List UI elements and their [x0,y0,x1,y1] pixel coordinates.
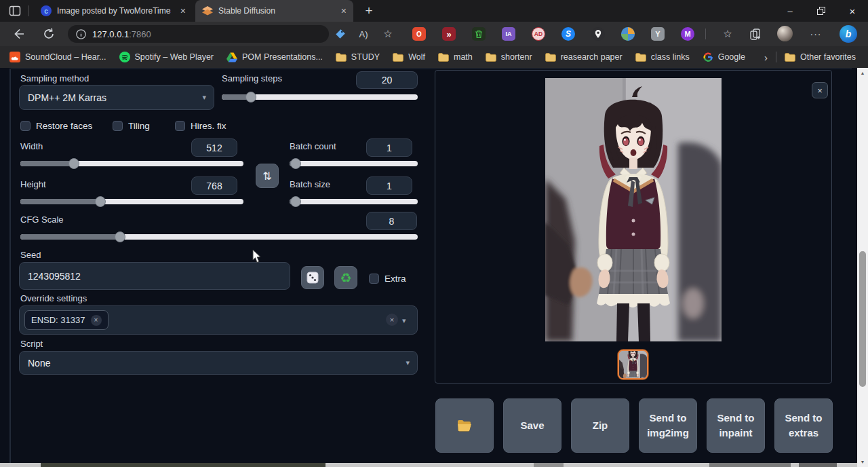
save-button[interactable]: Save [503,398,561,453]
checkbox-box[interactable] [175,121,185,131]
chevron-down-icon[interactable]: ▾ [402,316,406,325]
clear-all-icon[interactable]: × [386,314,398,326]
bookmark-folder-shortenr[interactable]: shortenr [486,52,532,62]
send-to-extras-button[interactable]: Send to extras [774,398,833,453]
slider-knob[interactable] [245,92,256,102]
adblock-extension-icon[interactable]: AD [532,27,545,41]
restore-button[interactable] [806,0,837,22]
folder-icon [336,53,347,62]
cfg-scale-slider[interactable] [20,231,418,242]
swap-icon: ⇅ [262,170,271,183]
tiling-checkbox[interactable]: Tiling [113,121,150,131]
send-to-img2img-button[interactable]: Send to img2img [639,398,697,453]
gallery-thumbnail-selected[interactable] [618,350,648,379]
override-chip[interactable]: ENSD: 31337 × [24,310,108,330]
map-pin-extension-icon[interactable] [591,27,605,41]
browser-window: c Image posted by TwoMoreTimes × Stable … [0,0,868,467]
shazam-extension-icon[interactable]: S [561,27,575,41]
back-icon[interactable] [12,27,26,41]
scroll-up-icon[interactable]: ▲ [857,68,868,78]
video-speed-extension-icon[interactable]: » [442,27,456,41]
sampling-steps-slider[interactable] [222,92,418,102]
trash-extension-icon[interactable] [472,27,486,41]
scrollbar-thumb[interactable] [859,251,866,387]
favorites-collections-icon[interactable]: ☆ [720,26,735,41]
bookmark-pom-presentations[interactable]: POM Presentations... [226,52,323,62]
settings-menu-icon[interactable]: ··· [808,26,823,41]
close-window-button[interactable]: × [837,0,868,22]
new-tab-button[interactable]: + [361,3,377,19]
browser-tab-active[interactable]: Stable Diffusion × [195,0,353,22]
checkbox-box[interactable] [369,274,379,284]
split-window-icon[interactable] [748,26,763,41]
tab-close-icon[interactable]: × [180,6,186,16]
reuse-seed-button[interactable]: ♻ [334,266,357,289]
slider-knob[interactable] [115,231,125,242]
bing-sidebar-icon[interactable]: b [840,25,857,43]
scroll-down-icon[interactable]: ▼ [857,457,868,467]
extra-seed-checkbox[interactable]: Extra [369,274,406,284]
zip-button[interactable]: Zip [571,398,629,453]
bottom-strip-segment [799,463,837,467]
slider-knob[interactable] [290,158,301,169]
site-info-icon[interactable] [76,29,86,39]
generated-image[interactable] [545,78,722,341]
other-favorites[interactable]: Other favorites [785,52,856,62]
spotify-icon [119,52,130,62]
slider-knob[interactable] [290,196,301,207]
minimize-button[interactable]: – [774,0,806,22]
bottom-strip-segment [534,463,564,467]
bookmark-soundcloud[interactable]: SoundCloud – Hear... [9,52,106,62]
bookmark-folder-class-links[interactable]: class links [635,52,690,62]
bookmarks-overflow-icon[interactable]: › [764,52,768,63]
read-aloud-icon[interactable]: A) [356,26,371,41]
refresh-icon[interactable] [42,27,56,41]
random-seed-button[interactable] [301,266,324,289]
bookmark-google[interactable]: Google [703,52,745,62]
globe-extension-icon[interactable] [621,27,635,41]
hires-fix-checkbox[interactable]: Hires. fix [175,121,226,131]
collections-tag-icon[interactable] [332,26,347,41]
cfg-scale-value[interactable]: 8 [366,212,417,230]
bookmark-folder-study[interactable]: STUDY [336,52,380,62]
width-value[interactable]: 512 [191,138,237,157]
m-wave-extension-icon[interactable]: M [681,27,694,41]
width-slider[interactable] [20,158,243,169]
profile-avatar[interactable] [777,26,793,41]
chip-remove-icon[interactable]: × [91,315,102,326]
ia-extension-icon[interactable]: IA [502,27,515,41]
y-extension-icon[interactable]: Y [651,27,665,41]
script-dropdown[interactable]: None ▾ [19,351,418,375]
height-value[interactable]: 768 [191,176,237,195]
batch-size-slider[interactable] [290,196,418,207]
extension-o-icon[interactable]: O [412,27,426,41]
sampling-steps-value[interactable]: 20 [356,71,418,89]
bookmark-folder-wolf[interactable]: Wolf [393,52,425,62]
tab-workspaces-icon[interactable] [9,5,21,17]
slider-track[interactable] [290,161,418,166]
gallery-close-button[interactable]: × [812,82,828,98]
batch-size-value[interactable]: 1 [366,176,412,195]
vertical-scrollbar[interactable]: ▲ ▼ [857,68,868,467]
slider-track[interactable] [290,199,418,204]
checkbox-box[interactable] [113,121,123,131]
batch-count-slider[interactable] [290,158,418,169]
batch-count-value[interactable]: 1 [366,138,412,157]
open-folder-button[interactable] [435,398,494,453]
swap-dimensions-button[interactable]: ⇅ [256,164,279,188]
address-bar[interactable]: 127.0.0.1:7860 [68,25,329,43]
bookmark-folder-math[interactable]: math [438,52,473,62]
sampling-method-dropdown[interactable]: DPM++ 2M Karras ▾ [19,85,214,110]
checkbox-box[interactable] [20,121,31,131]
bookmark-folder-research-paper[interactable]: reasearch paper [545,52,623,62]
restore-faces-checkbox[interactable]: Restore faces [20,121,92,131]
height-slider[interactable] [20,196,243,207]
send-to-inpaint-button[interactable]: Send to inpaint [707,398,765,453]
bookmark-spotify[interactable]: Spotify – Web Player [119,52,214,62]
seed-input[interactable]: 1243095812 [19,262,290,290]
tab-close-icon[interactable]: × [341,6,347,16]
slider-knob[interactable] [95,196,106,207]
browser-tab-inactive[interactable]: c Image posted by TwoMoreTimes × [34,0,193,22]
slider-knob[interactable] [68,158,79,169]
favorite-star-icon[interactable]: ☆ [380,26,395,41]
